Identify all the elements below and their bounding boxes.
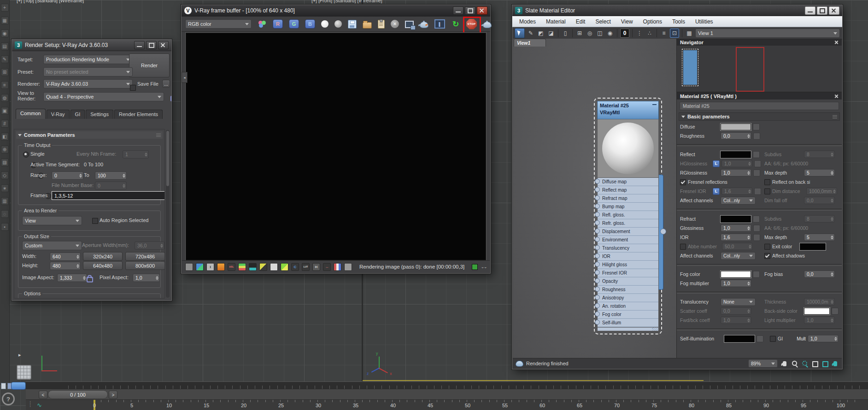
show-background-button[interactable]: ◫ xyxy=(596,29,604,37)
node-output-connector[interactable] xyxy=(659,175,663,290)
rglossiness-spinner[interactable]: 1,0 xyxy=(721,169,751,176)
max-depth-spinner[interactable]: 5 xyxy=(804,234,835,241)
alpha-channel-button[interactable] xyxy=(321,20,328,28)
rglossiness-map-button[interactable] xyxy=(753,170,760,176)
srgb-icon[interactable] xyxy=(344,263,352,271)
render-button[interactable]: Render xyxy=(129,53,170,77)
history-icon[interactable]: H xyxy=(312,263,320,271)
ior-spinner[interactable]: 1,6 xyxy=(721,234,751,241)
menu-material[interactable]: Material xyxy=(541,18,571,25)
vfb-close-button[interactable] xyxy=(477,6,487,15)
node-resize-grip[interactable] xyxy=(597,328,659,331)
exposure-icon[interactable] xyxy=(217,263,225,271)
slot-socket-refl-gloss[interactable] xyxy=(595,212,600,217)
compare-horizontal-button[interactable]: ∥ xyxy=(434,19,445,29)
tab-common[interactable]: Common xyxy=(16,109,46,119)
material-id-channel-button[interactable]: 0 xyxy=(620,29,629,38)
slot-bump-map[interactable]: Bump map xyxy=(598,203,658,211)
fresnel-ior-lock-button[interactable]: L xyxy=(713,188,720,195)
rendered-image-canvas[interactable] xyxy=(186,33,486,260)
self-illumination-map-button[interactable] xyxy=(757,335,763,342)
area-mode-dropdown[interactable]: View xyxy=(22,216,82,225)
update-progressive-button[interactable]: ↻ xyxy=(451,19,460,29)
zoom-tool-icon[interactable] xyxy=(791,360,798,368)
view-select-dropdown[interactable]: View 1 xyxy=(695,29,840,38)
back-side-color-swatch[interactable] xyxy=(804,308,830,315)
frames-input[interactable]: 1,3,5-12 xyxy=(52,191,165,200)
zoom-extents-icon[interactable] xyxy=(811,360,819,368)
mult-spinner[interactable]: 1,0 xyxy=(808,335,839,342)
pixel-aspect-spinner[interactable]: 1,0 xyxy=(133,274,160,282)
abbe-number-spinner[interactable]: 50,0 xyxy=(722,243,753,250)
diffuse-swatch[interactable] xyxy=(721,123,751,130)
track-mouse-render-button[interactable] xyxy=(420,20,428,28)
material-node[interactable]: Material #25 VRayMtl Diffuse mapReflect … xyxy=(597,101,659,331)
navigator-close-icon[interactable] xyxy=(834,40,839,44)
green-channel-button[interactable]: G xyxy=(289,19,299,29)
lut-icon[interactable]: LUT xyxy=(302,263,310,271)
basic-parameters-rollout[interactable]: Basic parameters xyxy=(679,112,840,121)
move-children-button[interactable]: ⊞ xyxy=(575,29,584,37)
roughness-spinner[interactable]: 0,0 xyxy=(721,132,751,140)
toolbar-button-2[interactable]: ▦ xyxy=(1,17,9,24)
width-spinner[interactable]: 640 xyxy=(50,252,81,261)
slot-socket-opacity[interactable] xyxy=(595,278,600,283)
slot-socket-anisotropy[interactable] xyxy=(595,295,600,300)
toolbar-button-8[interactable]: ◍ xyxy=(1,94,9,102)
view1-tab[interactable]: View1 xyxy=(514,39,546,47)
toolbar-button-13[interactable]: ▨ xyxy=(1,158,9,166)
slot-refract-map[interactable]: Refract map xyxy=(598,194,658,203)
slot-socket-ior[interactable] xyxy=(595,253,600,258)
render-setup-scrollbar[interactable] xyxy=(166,130,170,298)
slot-socket-refract-map[interactable] xyxy=(595,195,600,200)
single-radio[interactable] xyxy=(23,152,29,158)
roughness-map-button[interactable] xyxy=(753,133,760,140)
slot-socket-an-rotation[interactable] xyxy=(595,303,600,308)
slot-opacity[interactable]: Opacity xyxy=(598,277,658,286)
subdivs-spinner[interactable]: 8 xyxy=(804,215,835,223)
layout-children-button[interactable]: ⊡ xyxy=(670,29,679,38)
close-button[interactable] xyxy=(158,41,169,49)
ior-map-button[interactable] xyxy=(753,234,760,241)
slot-socket-roughness[interactable] xyxy=(595,287,600,292)
curves-icon[interactable] xyxy=(259,263,267,271)
expand-toolbar-arrow[interactable]: ▸ xyxy=(18,352,21,358)
assign-to-selection-button[interactable]: ◪ xyxy=(547,29,555,37)
slot-roughness[interactable]: Roughness xyxy=(598,286,658,294)
sme-close-button[interactable] xyxy=(829,6,839,15)
show-maps-in-viewport-button[interactable]: ⋮ xyxy=(635,29,644,37)
scatter-coeff-spinner[interactable]: 0,0 xyxy=(721,307,751,315)
image-aspect-spinner[interactable]: 1,333 xyxy=(57,274,87,282)
slot-fog-color[interactable]: Fog color xyxy=(598,310,658,319)
material-name-field[interactable]: Material #25 xyxy=(680,102,839,110)
render-last-button[interactable] xyxy=(483,20,492,28)
icc-icon[interactable] xyxy=(334,263,341,271)
display-channels-icon[interactable] xyxy=(258,20,267,28)
fresnel-ior-spinner[interactable]: 1,6 xyxy=(721,187,752,195)
thickness-spinner[interactable]: 10000,0m xyxy=(804,298,835,305)
listener-doc-icon[interactable] xyxy=(1,383,6,389)
slot-diffuse-map[interactable]: Diffuse map xyxy=(598,178,658,186)
slot-reflect-map[interactable]: Reflect map xyxy=(598,186,658,194)
toolbar-button-1[interactable]: + xyxy=(1,4,9,12)
tab-settings[interactable]: Settings xyxy=(86,110,113,119)
menu-select[interactable]: Select xyxy=(590,18,616,25)
sme-minimize-button[interactable] xyxy=(805,6,815,15)
fog-color-swatch[interactable] xyxy=(721,271,751,278)
minimize-button[interactable] xyxy=(134,41,145,49)
slot-an-rotation[interactable]: An. rotation xyxy=(598,302,658,310)
slot-environment[interactable]: Environment xyxy=(598,236,658,244)
bottom-left-blue-button[interactable] xyxy=(11,382,26,390)
preset-dropdown[interactable]: No preset selected xyxy=(43,67,133,76)
pan-tool-icon[interactable] xyxy=(780,360,788,368)
navigator-header[interactable]: Navigator xyxy=(677,39,842,46)
channel-dropdown[interactable]: RGB color xyxy=(185,19,252,29)
put-to-scene-button[interactable]: ◩ xyxy=(537,29,545,37)
toolbar-button-4[interactable]: ▤ xyxy=(1,42,9,50)
timeline-ruler[interactable]: ┆ ∿ 051015202530354045505560657075808590… xyxy=(26,399,868,410)
slot-socket-refr-gloss[interactable] xyxy=(595,220,600,225)
refract-map-button[interactable] xyxy=(753,216,760,223)
toolbar-button-5[interactable]: ✎ xyxy=(1,55,9,63)
slot-socket-translucency[interactable] xyxy=(595,245,600,250)
glossiness-spinner[interactable]: 1,0 xyxy=(721,224,751,232)
